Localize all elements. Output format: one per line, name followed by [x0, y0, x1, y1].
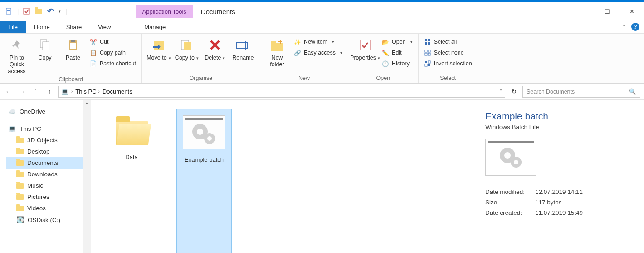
tab-manage[interactable]: Manage [136, 21, 174, 33]
tab-home[interactable]: Home [26, 21, 58, 33]
folder-icon [16, 172, 24, 177]
explorer-body: ☁️OneDrive 💻This PC 3D Objects Desktop D… [0, 100, 644, 253]
select-none-icon [424, 49, 431, 56]
rename-button[interactable]: Rename [231, 35, 255, 61]
group-label: New [265, 74, 343, 83]
invert-selection-button[interactable]: Invert selection [423, 59, 473, 68]
details-thumbnail [485, 139, 536, 176]
rename-icon [235, 37, 251, 53]
nav-scrollbar[interactable]: ▲ [83, 100, 91, 253]
maximize-button[interactable]: ☐ [595, 2, 620, 21]
svg-rect-20 [428, 42, 430, 45]
paste-shortcut-icon: 📄 [90, 60, 97, 67]
move-to-button[interactable]: Move to [146, 35, 171, 61]
new-item-button[interactable]: ✨New item [293, 37, 343, 46]
collapse-ribbon-icon[interactable]: ˄ [623, 24, 626, 30]
drive-icon: 💽 [16, 216, 24, 223]
ribbon-group-open: Properties 📂Open ✏️Edit 🕘History Open [348, 34, 419, 83]
search-box[interactable]: Search Documents 🔍 [522, 86, 640, 98]
move-to-icon [151, 37, 166, 53]
ribbon-group-new: New folder ✨New item 🔗Easy access New [260, 34, 348, 83]
batch-file-icon [181, 112, 227, 153]
properties-icon[interactable] [23, 8, 30, 15]
copy-icon [37, 37, 53, 53]
breadcrumb-this-pc[interactable]: This PC› [75, 88, 100, 95]
forward-button[interactable]: → [17, 88, 27, 96]
edit-button[interactable]: ✏️Edit [381, 48, 414, 57]
copy-button[interactable]: Copy [33, 35, 57, 61]
qat-dropdown-icon[interactable]: ▾ [59, 9, 61, 14]
new-item-icon: ✨ [294, 38, 301, 45]
paste-icon [65, 37, 81, 53]
svg-rect-19 [425, 42, 427, 45]
cut-button[interactable]: ✂️Cut [89, 37, 137, 46]
delete-icon [207, 37, 223, 53]
folder-icon [16, 160, 24, 166]
navigation-pane: ☁️OneDrive 💻This PC 3D Objects Desktop D… [0, 100, 91, 253]
open-button[interactable]: 📂Open [381, 37, 414, 46]
close-button[interactable]: ✕ [620, 2, 644, 21]
nav-downloads[interactable]: Downloads [6, 169, 91, 180]
copy-to-button[interactable]: Copy to [175, 35, 199, 61]
history-button[interactable]: 🕘History [381, 59, 414, 68]
nav-3d-objects[interactable]: 3D Objects [6, 134, 91, 146]
tab-view[interactable]: View [90, 21, 119, 33]
nav-pictures[interactable]: Pictures [6, 191, 91, 203]
nav-onedrive[interactable]: ☁️OneDrive [6, 105, 91, 117]
up-button[interactable]: ↑ [44, 88, 54, 96]
nav-desktop[interactable]: Desktop [6, 146, 91, 157]
nav-documents[interactable]: Documents [6, 157, 91, 169]
properties-button[interactable]: Properties [353, 35, 377, 61]
search-icon: 🔍 [629, 88, 636, 95]
address-dropdown-icon[interactable]: ˅ [500, 89, 502, 94]
svg-rect-11 [184, 42, 191, 50]
nav-this-pc[interactable]: 💻This PC [6, 123, 91, 134]
file-item-data[interactable]: Data [104, 109, 159, 253]
document-icon[interactable] [5, 8, 13, 15]
copy-path-icon: 📋 [90, 49, 97, 56]
help-icon[interactable]: ? [631, 23, 639, 31]
minimize-button[interactable]: — [571, 2, 595, 21]
back-button[interactable]: ← [4, 88, 14, 96]
refresh-button[interactable]: ↻ [509, 88, 519, 95]
ribbon: Pin to Quick access Copy Paste ✂️Cut 📋Co… [0, 34, 644, 84]
ribbon-group-clipboard: Pin to Quick access Copy Paste ✂️Cut 📋Co… [0, 34, 142, 83]
svg-rect-28 [428, 64, 430, 66]
new-folder-icon [269, 37, 285, 53]
pin-icon [9, 37, 24, 53]
nav-music[interactable]: Music [6, 180, 91, 191]
recent-locations-button[interactable]: ˅ [31, 89, 41, 94]
pin-to-quick-access-button[interactable]: Pin to Quick access [5, 35, 29, 75]
context-tab-application-tools[interactable]: Application Tools [136, 5, 193, 18]
nav-videos[interactable]: Videos [6, 203, 91, 214]
meta-date-modified: 12.07.2019 14:11 [535, 189, 633, 195]
svg-rect-26 [428, 61, 430, 63]
paste-button[interactable]: Paste [61, 35, 85, 61]
new-folder-button[interactable]: New folder [265, 35, 289, 68]
tab-share[interactable]: Share [58, 21, 90, 33]
meta-size: 117 bytes [535, 199, 633, 206]
breadcrumb-bar[interactable]: 💻 › This PC› Documents ˅ [58, 86, 505, 98]
breadcrumb-documents[interactable]: Documents [102, 88, 132, 95]
tab-file[interactable]: File [0, 21, 26, 33]
delete-button[interactable]: Delete [203, 35, 227, 61]
pc-icon: 💻 [61, 88, 68, 95]
undo-icon[interactable]: ↶ [47, 8, 54, 15]
svg-rect-7 [71, 40, 75, 42]
copy-path-button[interactable]: 📋Copy path [89, 48, 137, 57]
file-item-example-batch[interactable]: Example batch [177, 109, 231, 253]
svg-rect-24 [428, 53, 430, 55]
folder-icon[interactable] [35, 8, 42, 15]
easy-access-button[interactable]: 🔗Easy access [293, 48, 343, 57]
svg-rect-27 [425, 64, 427, 66]
folder-icon [16, 206, 24, 211]
paste-shortcut-button[interactable]: 📄Paste shortcut [89, 59, 137, 68]
select-none-button[interactable]: Select none [423, 48, 473, 57]
select-all-button[interactable]: Select all [423, 37, 473, 46]
svg-rect-3 [24, 8, 29, 14]
meta-date-modified-label: Date modified: [485, 189, 535, 195]
onedrive-icon: ☁️ [8, 108, 16, 115]
file-list[interactable]: Data Example batch [91, 100, 481, 253]
nav-osdisk[interactable]: 💽OSDisk (C:) [6, 214, 91, 226]
ribbon-group-organise: Move to Copy to Delete Rename Organise [142, 34, 260, 83]
